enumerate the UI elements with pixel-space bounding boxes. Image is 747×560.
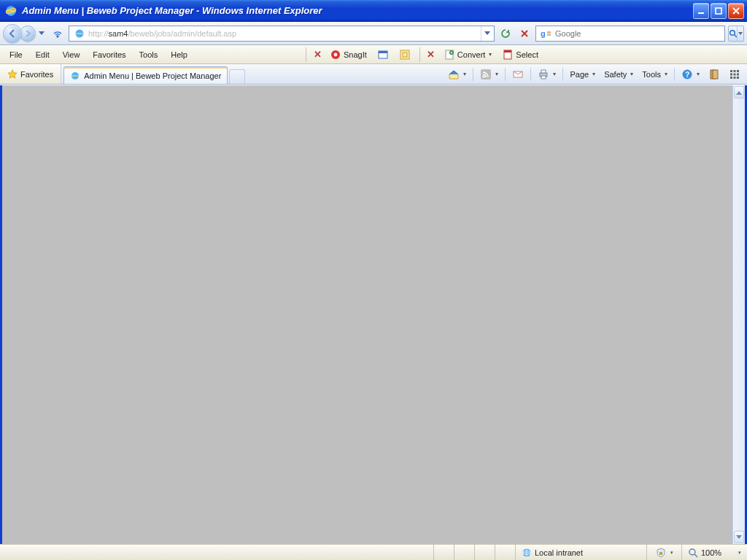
menu-file[interactable]: File: [3, 47, 29, 62]
command-bar: ▾ ▾ ▾ Page ▾ Safety ▾ Tools ▾: [441, 64, 747, 84]
scroll-up-button[interactable]: [734, 86, 744, 98]
toolbar-close-button[interactable]: ✕: [425, 49, 437, 60]
pdf-select-icon: [502, 49, 514, 61]
menu-favorites[interactable]: Favorites: [86, 47, 132, 62]
toolbar-separator: [562, 68, 563, 81]
safety-menu[interactable]: Safety ▾: [600, 66, 637, 82]
svg-text:?: ?: [685, 71, 689, 79]
chevron-down-icon: ▾: [592, 71, 595, 77]
google-icon: g: [541, 28, 552, 39]
toolbar-separator: [473, 68, 473, 81]
ie-logo-icon: [4, 4, 18, 18]
vertical-scrollbar[interactable]: [732, 85, 745, 544]
security-zone-pane[interactable]: Local intranet: [515, 545, 646, 560]
svg-rect-23: [541, 70, 546, 73]
status-pane-4: [495, 545, 515, 560]
protected-mode-pane[interactable]: ▾: [646, 545, 681, 560]
new-tab-button[interactable]: [229, 69, 245, 84]
chevron-down-icon: [736, 535, 742, 540]
menu-view[interactable]: View: [56, 47, 87, 62]
svg-point-41: [689, 549, 695, 555]
shield-lock-icon: [656, 548, 666, 558]
search-input[interactable]: [555, 29, 723, 38]
window-titlebar: Admin Menu | Beweb Project Manager - Win…: [0, 0, 747, 22]
pdf-convert-button[interactable]: Convert ▾: [440, 47, 496, 63]
chevron-down-icon: ▾: [670, 550, 673, 556]
url-path: /beweb/jobs/admin/default.asp: [128, 29, 236, 38]
refresh-icon: [500, 28, 511, 39]
grid-icon: [729, 69, 740, 80]
browser-tab-active[interactable]: Admin Menu | Beweb Project Manager: [63, 66, 228, 84]
stop-icon: [519, 28, 530, 39]
search-box[interactable]: g: [535, 26, 725, 42]
maximize-button[interactable]: [711, 3, 727, 19]
status-pane-1: [433, 545, 454, 560]
close-button[interactable]: [728, 3, 744, 19]
page-viewport[interactable]: [2, 85, 732, 544]
svg-point-9: [334, 52, 338, 56]
svg-rect-36: [734, 77, 736, 79]
region-capture-icon: [399, 49, 411, 61]
url-scheme: http://: [88, 29, 109, 38]
toolbar-separator: [419, 47, 420, 62]
arrow-right-icon: [23, 29, 32, 38]
menu-help[interactable]: Help: [164, 47, 194, 62]
toolbar-close-button[interactable]: ✕: [311, 49, 323, 60]
svg-rect-17: [504, 50, 511, 52]
snagit-region-button[interactable]: [395, 47, 414, 63]
ie-page-icon: [74, 28, 85, 39]
feeds-button[interactable]: ▾: [476, 66, 502, 82]
svg-rect-31: [737, 70, 739, 72]
svg-rect-29: [730, 70, 732, 72]
chevron-down-icon: [39, 31, 44, 36]
stop-button[interactable]: [516, 26, 533, 42]
pdf-select-button[interactable]: Select: [498, 47, 542, 63]
snagit-window-button[interactable]: [374, 47, 392, 63]
zoom-icon: [688, 548, 698, 558]
home-button[interactable]: ▾: [444, 66, 470, 82]
snagit-toolbar: ✕ SnagIt: [307, 45, 419, 63]
help-button[interactable]: ? ▾: [678, 66, 703, 82]
mail-icon: [512, 69, 524, 80]
messenger-button[interactable]: [725, 66, 744, 82]
snagit-capture-button[interactable]: SnagIt: [326, 47, 371, 63]
convert-label: Convert: [457, 50, 486, 59]
chevron-down-icon: ▾: [697, 71, 700, 77]
menu-edit[interactable]: Edit: [29, 47, 56, 62]
svg-rect-24: [541, 76, 546, 79]
print-button[interactable]: ▾: [534, 66, 560, 82]
ie-page-icon: [70, 71, 80, 81]
read-mail-button[interactable]: [508, 66, 527, 82]
home-icon: [448, 69, 460, 80]
back-button[interactable]: [3, 24, 22, 43]
window-title: Admin Menu | Beweb Project Manager - Win…: [22, 5, 693, 16]
svg-rect-3: [716, 8, 721, 14]
recent-pages-dropdown[interactable]: [36, 26, 47, 41]
tools-menu[interactable]: Tools ▾: [638, 66, 671, 82]
url-host: sam4: [109, 29, 128, 38]
search-go-button[interactable]: [728, 26, 744, 42]
scroll-down-button[interactable]: [734, 531, 744, 543]
chevron-down-icon: ▾: [630, 71, 633, 77]
page-label: Page: [570, 70, 589, 79]
search-provider-dropdown[interactable]: [737, 26, 743, 41]
tab-title: Admin Menu | Beweb Project Manager: [84, 71, 221, 80]
tools-label: Tools: [642, 70, 661, 79]
zoom-pane[interactable]: 100% ▾: [681, 545, 747, 560]
menu-tools[interactable]: Tools: [133, 47, 165, 62]
minimize-button[interactable]: [693, 3, 709, 19]
favorites-button[interactable]: Favorites: [0, 64, 61, 84]
address-bar[interactable]: http://sam4/beweb/jobs/admin/default.asp: [69, 26, 495, 42]
forward-button[interactable]: [20, 26, 36, 42]
address-url: http://sam4/beweb/jobs/admin/default.asp: [88, 29, 481, 38]
tab-command-bar: Favorites Admin Menu | Beweb Project Man…: [0, 64, 747, 85]
refresh-button[interactable]: [498, 26, 514, 42]
svg-rect-30: [734, 70, 736, 72]
page-menu[interactable]: Page ▾: [566, 66, 599, 82]
toolbar-separator: [674, 68, 675, 81]
address-history-dropdown[interactable]: [481, 26, 492, 41]
zoom-value: 100%: [701, 548, 721, 557]
scrollbar-track[interactable]: [733, 99, 745, 530]
research-button[interactable]: [705, 66, 724, 82]
svg-rect-32: [730, 73, 732, 75]
